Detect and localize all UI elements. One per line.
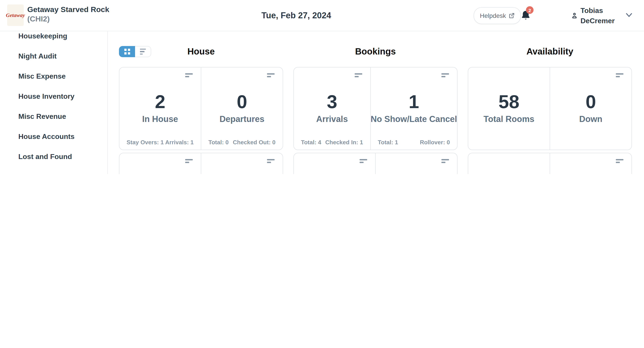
sidebar-item-house-inventory[interactable]: House Inventory	[0, 86, 107, 106]
column-title: Availability	[468, 46, 632, 57]
stat-value: 0	[201, 92, 283, 111]
stat-value: 0	[550, 92, 632, 111]
property-code: (CHI2)	[27, 14, 109, 24]
card-menu-icon[interactable]	[616, 159, 624, 163]
card-ready-rooms[interactable]: 53 Ready Rooms Total: 53 Clean: 0	[201, 153, 283, 174]
card-arrivals[interactable]: 3 Arrivals Total: 4 Checked In: 1	[294, 67, 370, 150]
stat-value: 58	[468, 92, 550, 111]
sidebar-item-label: Shift Management	[18, 173, 80, 174]
external-link-icon	[509, 12, 515, 19]
card-group-top: 2 In House Stay Overs: 1 Arrivals: 1 0 D…	[119, 67, 283, 150]
card-menu-icon[interactable]	[442, 73, 449, 77]
card-group-top: 58 Total Rooms 0 Down	[468, 67, 632, 150]
card-down[interactable]: 0 Down	[550, 67, 632, 150]
stat-label: Total Rooms	[468, 114, 550, 124]
stat-breakdown-right: Checked Out: 0	[233, 139, 276, 146]
card-available[interactable]: 53 Available	[550, 153, 632, 174]
sidebar-item-label: Housekeeping	[18, 32, 67, 40]
property-name: Getaway Starved Rock	[27, 5, 109, 14]
sidebar-item-label: Night Audit	[18, 52, 56, 60]
stat-breakdown-left: Total: 0	[208, 139, 229, 146]
sidebar-item-night-audit[interactable]: Night Audit	[0, 46, 107, 66]
card-group-top: 3 Arrivals Total: 4 Checked In: 1 1 No S…	[294, 67, 458, 150]
business-date: Tue, Feb 27, 2024	[255, 11, 338, 20]
user-icon	[571, 12, 578, 26]
stat-label: Departures	[201, 114, 283, 124]
card-menu-icon[interactable]	[616, 73, 624, 77]
property-logo: Getaway	[7, 4, 24, 26]
column-availability: Availability 58 Total Rooms 0 Down 5 Sol…	[468, 46, 632, 174]
card-menu-icon[interactable]	[185, 73, 193, 77]
card-advance-deposits[interactable]: 0 Advance Deposits Paid: 0 Pending: 0	[294, 153, 375, 174]
stat-breakdown-right: Checked In: 1	[325, 139, 363, 146]
stat-label: No Show/Late Cancel	[371, 114, 457, 124]
stat-breakdown-left: Stay Overs: 1	[126, 139, 164, 146]
card-no-show-late-cancel[interactable]: 1 No Show/Late Cancel Total: 1 Rollover:…	[370, 67, 457, 150]
notifications-button[interactable]: 2	[520, 9, 534, 23]
column-title: Bookings	[294, 46, 458, 57]
logo-wordmark: Getaway	[6, 12, 25, 18]
column-bookings: Bookings 3 Arrivals Total: 4 Checked In:…	[294, 46, 458, 174]
stat-breakdown: Stay Overs: 1 Arrivals: 1	[126, 139, 194, 146]
stat-value: 3	[294, 92, 370, 111]
card-in-house[interactable]: 2 In House Stay Overs: 1 Arrivals: 1	[120, 67, 201, 150]
card-departures[interactable]: 0 Departures Total: 0 Checked Out: 0	[201, 67, 283, 150]
chevron-down-icon[interactable]	[625, 12, 633, 18]
sidebar-item-label: Lost and Found	[18, 153, 72, 161]
card-group-bottom: 5 Sold 53 Available	[468, 153, 632, 174]
card-menu-icon[interactable]	[355, 73, 362, 77]
card-booked-today[interactable]: 89 Booked Today Today: 4 Future: 85	[375, 153, 457, 174]
sidebar: Housekeeping Night Audit Misc Expense Ho…	[0, 31, 108, 174]
sidebar-item-lost-and-found[interactable]: Lost and Found	[0, 147, 107, 167]
helpdesk-label: Helpdesk	[480, 12, 506, 19]
stat-value: 1	[371, 92, 457, 111]
stat-breakdown-right: Arrivals: 1	[165, 139, 194, 146]
sidebar-item-label: House Accounts	[18, 133, 74, 141]
sidebar-item-shift-management[interactable]: Shift Management	[0, 167, 107, 174]
main-content: House 2 In House Stay Overs: 1 Arrivals:…	[107, 31, 644, 174]
stat-label: Down	[550, 114, 632, 124]
user-menu[interactable]: Tobias DeCremer	[571, 5, 615, 26]
user-name: Tobias DeCremer	[580, 5, 615, 26]
stat-breakdown: Total: 4 Checked In: 1	[301, 139, 363, 146]
sidebar-nav: Housekeeping Night Audit Misc Expense Ho…	[0, 26, 107, 174]
stat-breakdown-left: Total: 4	[301, 139, 321, 146]
card-menu-icon[interactable]	[360, 159, 367, 163]
column-house: House 2 In House Stay Overs: 1 Arrivals:…	[119, 46, 283, 174]
card-menu-icon[interactable]	[267, 159, 274, 163]
dashboard-columns: House 2 In House Stay Overs: 1 Arrivals:…	[119, 46, 632, 174]
sidebar-item-label: House Inventory	[18, 92, 74, 100]
notification-badge: 2	[526, 6, 534, 14]
helpdesk-button[interactable]: Helpdesk	[474, 7, 521, 24]
stat-breakdown-left: Total: 1	[378, 139, 398, 146]
card-total-rooms[interactable]: 58 Total Rooms	[468, 67, 550, 150]
card-sold[interactable]: 5 Sold	[468, 153, 550, 174]
stat-value: 2	[120, 92, 201, 111]
card-menu-icon[interactable]	[442, 159, 449, 163]
sidebar-item-label: Misc Revenue	[18, 112, 66, 120]
property-title: Getaway Starved Rock (CHI2)	[27, 5, 109, 24]
card-dirty-rooms[interactable]: 5 Dirty Rooms Today: 1 Rollover: 4	[120, 153, 201, 174]
card-group-bottom: 0 Advance Deposits Paid: 0 Pending: 0 89…	[294, 153, 458, 174]
stat-breakdown: Total: 1 Rollover: 0	[378, 139, 450, 146]
card-menu-icon[interactable]	[185, 159, 193, 163]
stat-label: In House	[120, 114, 201, 124]
card-menu-icon[interactable]	[267, 73, 274, 77]
stat-label: Arrivals	[294, 114, 370, 124]
column-title: House	[119, 46, 283, 57]
card-group-bottom: 5 Dirty Rooms Today: 1 Rollover: 4 53 Re…	[119, 153, 283, 174]
stat-breakdown: Total: 0 Checked Out: 0	[208, 139, 276, 146]
sidebar-item-house-accounts[interactable]: House Accounts	[0, 126, 107, 147]
sidebar-item-misc-revenue[interactable]: Misc Revenue	[0, 106, 107, 126]
stat-breakdown-right: Rollover: 0	[420, 139, 450, 146]
pms-dashboard: Getaway Getaway Starved Rock (CHI2) Tue,…	[0, 0, 644, 174]
sidebar-item-misc-expense[interactable]: Misc Expense	[0, 66, 107, 86]
sidebar-item-label: Misc Expense	[18, 72, 66, 80]
top-header: Getaway Getaway Starved Rock (CHI2) Tue,…	[0, 0, 644, 31]
